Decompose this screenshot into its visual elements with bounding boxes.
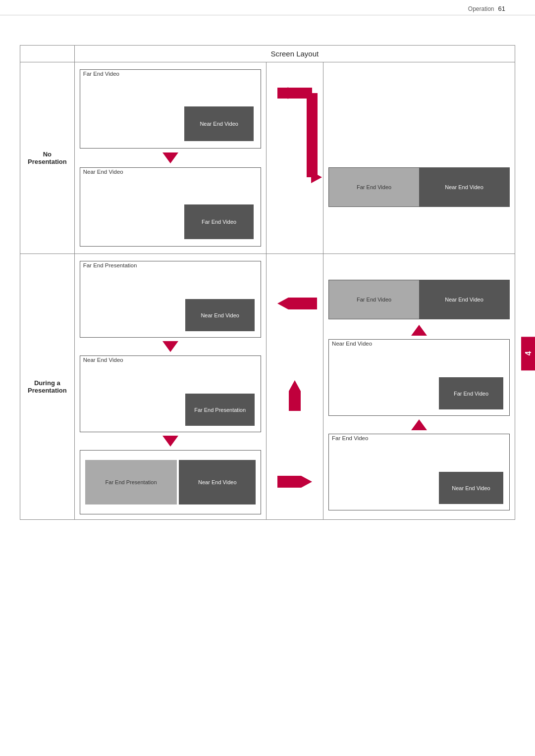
- screen-layout-header: Screen Layout: [74, 46, 515, 62]
- arrow-down-icon: [162, 152, 178, 163]
- no-pres-left-top-box: Far End Video Near End Video: [80, 69, 261, 149]
- during-pres-right-col: Far End Video Near End Video Near End Vi…: [323, 254, 515, 520]
- no-pres-left-top-label: Far End Video: [80, 69, 122, 78]
- svg-marker-6: [277, 298, 288, 309]
- during-pres-right-arrow2: [328, 416, 510, 434]
- header-empty-cell: [20, 46, 75, 62]
- svg-marker-10: [301, 476, 312, 488]
- arrow-up-icon-1: [411, 325, 427, 336]
- svg-rect-11: [277, 476, 301, 488]
- during-pres-arrow-col: [267, 254, 323, 520]
- no-pres-left-bottom-box: Near End Video Far End Video: [80, 167, 261, 247]
- no-presentation-label: NoPresentation: [20, 62, 75, 254]
- during-pres-left-top-inner: Near End Video: [185, 299, 255, 331]
- during-pres-right-top-far: Far End Video: [329, 280, 419, 319]
- during-pres-right-mid-label: Near End Video: [329, 339, 375, 348]
- during-pres-right-bottom-inner: Near End Video: [439, 472, 503, 504]
- during-pres-left-col: Far End Presentation Near End Video Near…: [74, 254, 266, 520]
- during-pres-arrows-svg: [268, 254, 322, 516]
- main-table: Screen Layout NoPresentation Far End Vid…: [20, 45, 515, 520]
- header-section: Operation: [468, 5, 494, 12]
- page-number: 61: [498, 5, 505, 12]
- during-pres-bottom-pres: Far End Presentation: [85, 460, 177, 504]
- no-pres-left-arrow-down: [80, 149, 261, 167]
- during-pres-right-mid-inner: Far End Video: [439, 377, 503, 409]
- during-pres-right-arrow1: [328, 321, 510, 339]
- during-pres-label: During aPresentation: [20, 254, 75, 520]
- during-pres-bottom-near: Near End Video: [179, 460, 256, 504]
- during-pres-left-mid-label: Near End Video: [80, 355, 126, 364]
- no-pres-right-col: Far End Video Near End Video: [323, 62, 515, 254]
- during-pres-left-top-label: Far End Presentation: [80, 260, 140, 269]
- during-pres-right-bottom-box: Far End Video Near End Video: [328, 434, 510, 510]
- l-arrow-svg: [268, 78, 322, 237]
- during-pres-left-mid-box: Near End Video Far End Presentation: [80, 355, 261, 432]
- during-pres-right-top-near: Near End Video: [419, 280, 509, 319]
- arrow-down-icon-3: [162, 436, 178, 447]
- side-tab: 4 Operation: [521, 337, 535, 370]
- during-pres-left-bottom-inner: Far End Presentation Near End Video: [80, 451, 261, 514]
- arrow-up-icon-2: [411, 419, 427, 430]
- during-pres-left-arrow2: [80, 432, 261, 450]
- no-pres-right-arrow-spacer: [328, 149, 510, 167]
- svg-rect-7: [288, 298, 317, 309]
- no-presentation-row: NoPresentation Far End Video Near End Vi…: [20, 62, 515, 254]
- no-pres-arrow-col: [267, 62, 323, 254]
- no-pres-right-spacer: [328, 69, 510, 149]
- during-pres-left-arrow1: [80, 338, 261, 355]
- no-pres-right-near-end: Near End Video: [419, 168, 509, 206]
- arrow-down-icon-2: [162, 341, 178, 352]
- no-pres-left-bottom-label: Near End Video: [80, 167, 126, 176]
- page-header: Operation 61: [0, 0, 535, 15]
- no-pres-left-top-inner: Near End Video: [184, 106, 254, 141]
- during-pres-right-bottom-label: Far End Video: [329, 433, 371, 442]
- no-pres-left-col: Far End Video Near End Video Near End Vi…: [74, 62, 266, 254]
- svg-marker-8: [289, 380, 301, 391]
- side-tab-number: 4: [524, 352, 533, 356]
- during-presentation-row: During aPresentation Far End Presentatio…: [20, 254, 515, 520]
- during-pres-left-bottom-box: Far End Presentation Near End Video: [80, 450, 261, 514]
- no-pres-right-far-end: Far End Video: [329, 168, 419, 206]
- during-pres-left-mid-inner: Far End Presentation: [185, 394, 255, 426]
- during-pres-right-mid-box: Near End Video Far End Video: [328, 339, 510, 416]
- during-pres-right-top-dual: Far End Video Near End Video: [328, 280, 510, 319]
- no-pres-left-bottom-inner: Far End Video: [184, 204, 254, 239]
- no-pres-right-dual-box: Far End Video Near End Video: [328, 167, 510, 207]
- during-pres-left-top-box: Far End Presentation Near End Video: [80, 261, 261, 338]
- table-header-row: Screen Layout: [20, 46, 515, 62]
- svg-rect-9: [289, 391, 301, 411]
